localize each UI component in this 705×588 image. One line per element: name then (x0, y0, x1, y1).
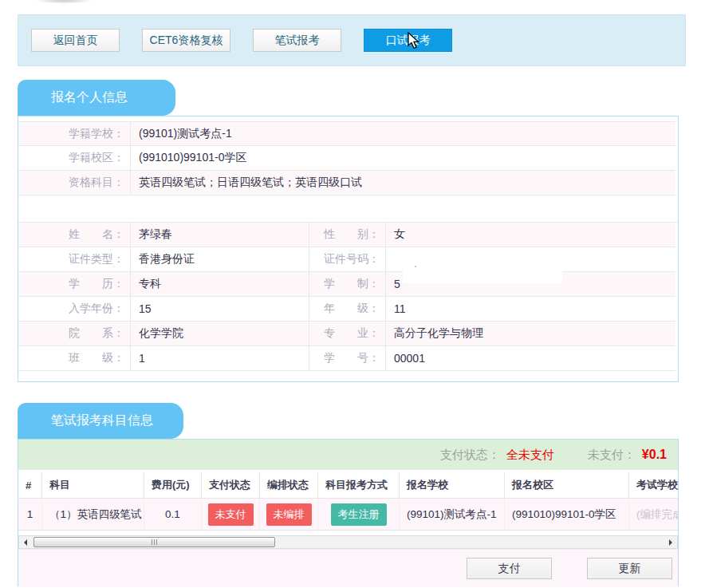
major-label: 专 业： (309, 322, 386, 345)
qualified-subjects-value: 英语四级笔试；日语四级笔试；英语四级口试 (131, 171, 675, 195)
col-header-subject: 科目 (42, 472, 144, 498)
class-value: 1 (131, 346, 309, 370)
unpaid-amount: ¥0.1 (642, 448, 667, 462)
gender-label: 性 别： (309, 223, 386, 247)
col-header-register-mode: 科目报考方式 (318, 472, 400, 498)
col-header-school: 报名学校 (400, 472, 505, 498)
grade-value: 11 (386, 297, 675, 321)
row-entryyear-grade: 入学年份： 15 年 级： 11 (18, 297, 675, 322)
scroll-right-arrow-icon[interactable] (664, 536, 677, 548)
row-idtype-idnumber: 证件类型： 香港身份证 证件号码： (18, 247, 675, 272)
major-value: 高分子化学与物理 (386, 322, 675, 345)
cell-pay-status: 未支付 (202, 499, 260, 530)
campus-label: 学籍校区： (18, 146, 131, 170)
unpaid-badge: 未支付 (208, 503, 254, 526)
col-header-fee: 费用(元) (144, 472, 202, 498)
cell-fee: 0.1 (144, 499, 202, 530)
school-label: 学籍学校： (18, 122, 131, 145)
row-faculty-major: 院 系： 化学学院 专 业： 高分子化学与物理 (18, 322, 675, 346)
cet6-review-button[interactable]: CET6资格复核 (142, 29, 230, 52)
subjects-panel-footer: 支付 更新 (18, 549, 678, 587)
grade-label: 年 级： (309, 297, 386, 321)
col-header-index: # (18, 472, 42, 498)
cell-arrange-status: 未编排 (260, 499, 318, 530)
unarranged-badge: 未编排 (266, 503, 312, 526)
cell-index: 1 (18, 499, 42, 530)
col-header-pay-status: 支付状态 (202, 472, 260, 498)
col-header-campus: 报名校区 (505, 472, 629, 498)
cell-campus: (991010)99101-0学区 (505, 499, 629, 530)
col-header-arrange-status: 编排状态 (260, 472, 318, 498)
subjects-table: # 科目 费用(元) 支付状态 编排状态 科目报考方式 报名学校 报名校区 考试… (18, 472, 678, 531)
row-class-studentid: 班 级： 1 学 号： 00001 (18, 346, 675, 371)
subject-table-row: 1 （1）英语四级笔试 0.1 未支付 未编排 考生注册 (99101)测试考点… (18, 498, 678, 531)
horizontal-scrollbar[interactable] (18, 535, 678, 549)
col-header-exam-school: 考试学校 (629, 472, 678, 498)
qualified-subjects-label: 资格科目： (18, 171, 131, 195)
row-campus: 学籍校区： (991010)99101-0学区 (18, 146, 675, 171)
faculty-value: 化学学院 (131, 322, 309, 345)
class-label: 班 级： (18, 346, 131, 370)
id-number-redaction-overlay: ˏ (403, 249, 562, 283)
id-type-value: 香港身份证 (131, 247, 309, 271)
cell-school: (99101)测试考点-1 (400, 499, 505, 530)
subjects-table-header: # 科目 费用(元) 支付状态 编排状态 科目报考方式 报名学校 报名校区 考试… (18, 472, 678, 498)
pay-button[interactable]: 支付 (467, 558, 552, 579)
student-id-label: 学 号： (309, 346, 386, 370)
entry-year-value: 15 (131, 297, 309, 321)
row-qualified-subjects: 资格科目： 英语四级笔试；日语四级笔试；英语四级口试 (18, 171, 675, 195)
mouse-cursor-icon (406, 32, 422, 49)
pay-status-label: 支付状态： (440, 448, 500, 463)
degree-value: 专科 (131, 272, 309, 296)
unpaid-label: 未支付： (588, 448, 636, 463)
id-number-label: 证件号码： (309, 247, 386, 271)
personal-info-panel-title: 报名个人信息 (18, 80, 175, 116)
gender-value: 女 (386, 223, 675, 247)
cell-register-mode: 考生注册 (318, 499, 400, 530)
scrollbar-thumb[interactable] (33, 537, 275, 547)
top-shadow (24, 0, 104, 4)
self-register-badge: 考生注册 (331, 503, 387, 526)
row-school: 学籍学校： (99101)测试考点-1 (18, 121, 675, 146)
back-home-button[interactable]: 返回首页 (31, 29, 120, 52)
row-name-gender: 姓 名： 茅绿春 性 别： 女 (18, 223, 675, 247)
name-value: 茅绿春 (131, 223, 309, 247)
personal-info-panel-body: 学籍学校： (99101)测试考点-1 学籍校区： (991010)99101-… (18, 116, 679, 382)
entry-year-label: 入学年份： (18, 297, 131, 321)
name-label: 姓 名： (18, 223, 131, 247)
student-id-value: 00001 (386, 346, 675, 370)
id-type-label: 证件类型： (18, 247, 131, 271)
subjects-panel-body: 支付状态： 全未支付 未支付： ¥0.1 # 科目 费用(元) 支付状态 编排状… (18, 439, 679, 586)
update-button[interactable]: 更新 (587, 558, 672, 579)
row-degree-duration: 学 历： 专科 学 制： 5 (18, 272, 675, 297)
written-exam-subjects-panel: 笔试报考科目信息 支付状态： 全未支付 未支付： ¥0.1 # 科目 费用(元)… (18, 403, 679, 586)
degree-label: 学 历： (18, 272, 131, 296)
row-spacer (18, 195, 678, 223)
school-value: (99101)测试考点-1 (131, 122, 675, 145)
top-toolbar: 返回首页 CET6资格复核 笔试报考 口试报考 (18, 14, 686, 66)
pay-status-value: 全未支付 (506, 448, 554, 463)
written-exam-register-button[interactable]: 笔试报考 (253, 29, 341, 52)
campus-value: (991010)99101-0学区 (131, 146, 675, 170)
duration-label: 学 制： (309, 272, 386, 296)
personal-info-panel: 报名个人信息 学籍学校： (99101)测试考点-1 学籍校区： (991010… (18, 80, 679, 382)
subjects-panel-title: 笔试报考科目信息 (18, 403, 183, 439)
cell-exam-school: (编排完成后 (629, 499, 678, 530)
payment-status-bar: 支付状态： 全未支付 未支付： ¥0.1 (18, 440, 678, 470)
scroll-left-arrow-icon[interactable] (19, 536, 32, 548)
faculty-label: 院 系： (18, 322, 131, 345)
cell-subject: （1）英语四级笔试 (42, 499, 144, 530)
